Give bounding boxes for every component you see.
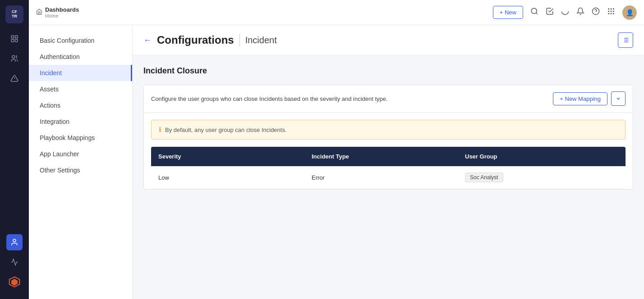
table-header: Severity Incident Type User Group — [151, 147, 626, 166]
sidebar-item-incident[interactable]: Incident — [29, 65, 132, 81]
card-description: Configure the user groups who can close … — [151, 95, 388, 102]
svg-point-20 — [613, 11, 614, 12]
cell-severity: Low — [158, 174, 312, 181]
svg-point-21 — [608, 14, 609, 14]
sidebar-icon-monitor[interactable] — [6, 254, 23, 270]
new-button[interactable]: + New — [493, 6, 523, 19]
sidebar-icon-users[interactable] — [6, 50, 23, 67]
svg-rect-2 — [11, 40, 14, 42]
col-severity: Severity — [158, 153, 312, 160]
header-divider — [239, 34, 240, 46]
page-content: Incident Closure Configure the user grou… — [133, 55, 644, 299]
page-title: Configurations — [157, 34, 234, 46]
secondary-sidebar: Basic Configuration Authentication Incid… — [29, 25, 133, 299]
section-title: Incident Closure — [143, 66, 633, 76]
breadcrumb: Dashboards Home — [36, 6, 488, 18]
col-incident-type: Incident Type — [312, 153, 465, 160]
spinner-icon[interactable] — [561, 7, 569, 18]
sidebar-icon-person[interactable] — [6, 234, 23, 250]
nav-actions: + New — [493, 5, 637, 20]
sidebar-item-authentication[interactable]: Authentication — [29, 49, 132, 65]
check-circle-icon[interactable] — [546, 7, 554, 18]
sidebar-icon-grid[interactable] — [6, 31, 23, 47]
svg-point-4 — [12, 55, 15, 58]
app-logo[interactable]: CF TR — [5, 5, 23, 23]
sidebar-item-app-launcher[interactable]: App Launcher — [29, 146, 132, 162]
dropdown-button[interactable] — [611, 91, 626, 106]
avatar[interactable]: 👤 — [622, 5, 637, 20]
right-content: ← Configurations Incident Incident Closu… — [133, 25, 644, 299]
info-banner: ℹ By default, any user group can close I… — [151, 120, 626, 140]
table-row: Low Error Soc Analyst — [151, 166, 626, 189]
svg-point-22 — [611, 14, 612, 14]
svg-point-19 — [611, 11, 612, 12]
apps-icon[interactable] — [607, 7, 615, 18]
svg-line-11 — [536, 13, 537, 14]
sidebar-item-integration[interactable]: Integration — [29, 113, 132, 130]
svg-marker-9 — [11, 279, 18, 285]
svg-point-7 — [13, 239, 16, 242]
sidebar-item-other-settings[interactable]: Other Settings — [29, 162, 132, 178]
svg-point-15 — [608, 9, 609, 9]
content-area: Basic Configuration Authentication Incid… — [29, 25, 644, 299]
sidebar-item-assets[interactable]: Assets — [29, 81, 132, 97]
svg-point-18 — [608, 11, 609, 12]
breadcrumb-title: Dashboards — [45, 6, 79, 13]
app-logo-text: CF TR — [12, 10, 17, 19]
page-header: ← Configurations Incident — [133, 25, 644, 55]
svg-point-23 — [613, 14, 614, 14]
info-icon: ℹ — [159, 126, 161, 134]
svg-rect-1 — [15, 36, 18, 38]
search-icon[interactable] — [530, 7, 538, 18]
home-icon[interactable] — [36, 9, 42, 16]
help-icon[interactable] — [592, 7, 600, 18]
top-navbar: Dashboards Home + New — [29, 0, 644, 25]
page-section-label: Incident — [245, 35, 277, 45]
cyware-logo — [6, 274, 23, 290]
sidebar-item-actions[interactable]: Actions — [29, 97, 132, 113]
info-message: By default, any user group can close Inc… — [165, 127, 287, 133]
user-group-badge: Soc Analyst — [465, 172, 503, 182]
svg-rect-0 — [11, 36, 14, 38]
back-button[interactable]: ← — [143, 36, 152, 45]
svg-point-10 — [531, 8, 537, 14]
svg-point-17 — [613, 9, 614, 9]
svg-rect-3 — [15, 40, 18, 42]
cell-user-group: Soc Analyst — [465, 172, 618, 182]
card-top-bar: Configure the user groups who can close … — [144, 85, 633, 113]
list-view-button[interactable] — [618, 32, 633, 48]
svg-point-12 — [562, 8, 569, 15]
sidebar-icon-warning[interactable] — [6, 70, 23, 86]
main-area: Dashboards Home + New — [29, 0, 644, 299]
col-user-group: User Group — [465, 153, 618, 160]
breadcrumb-sub: Home — [45, 13, 79, 18]
svg-point-16 — [611, 9, 612, 9]
new-mapping-button[interactable]: + New Mapping — [553, 92, 607, 105]
app-sidebar: CF TR — [0, 0, 29, 299]
cell-incident-type: Error — [312, 174, 465, 181]
bell-icon[interactable] — [576, 7, 584, 18]
incident-closure-card: Configure the user groups who can close … — [143, 85, 633, 190]
card-top-actions: + New Mapping — [553, 91, 626, 106]
sidebar-item-playbook-mappings[interactable]: Playbook Mappings — [29, 130, 132, 146]
sidebar-item-basic-config[interactable]: Basic Configuration — [29, 32, 132, 49]
